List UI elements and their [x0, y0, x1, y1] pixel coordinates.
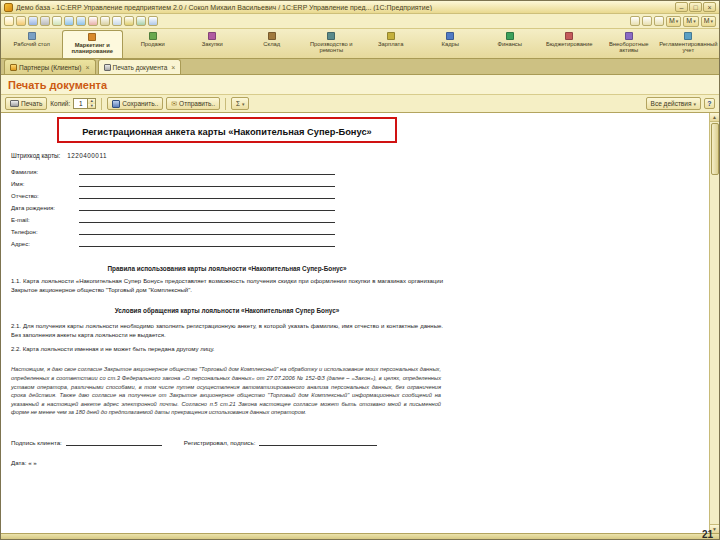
find-icon[interactable] — [124, 16, 134, 26]
help-button[interactable]: ? — [704, 98, 715, 109]
toolbar-icon-group — [4, 16, 158, 26]
close-button[interactable]: × — [703, 2, 716, 12]
printer-icon — [104, 64, 111, 71]
app-logo-icon — [4, 3, 13, 12]
field-line — [79, 168, 335, 175]
consent-paragraph: Настоящим, я даю свое согласие Закрытое … — [11, 365, 441, 416]
barcode-label: Штрихкод карты: — [11, 152, 60, 159]
print-button[interactable]: Печать — [5, 97, 47, 110]
new-document-icon[interactable] — [4, 16, 14, 26]
stepper-arrows: ▲ ▼ — [87, 99, 95, 108]
signature-registrar-label: Регистрировал, подпись: — [184, 439, 256, 446]
rules-heading: Правила использования карты лояльности «… — [11, 265, 443, 272]
field-label: Телефон: — [11, 229, 79, 235]
calculator-icon[interactable] — [136, 16, 146, 26]
section-tab-marketing[interactable]: Маркетинг и планирование — [62, 30, 124, 58]
info-icon[interactable] — [654, 16, 664, 26]
slide-number: 21 — [702, 529, 713, 540]
section-tab-fixed-assets[interactable]: Внеоборотные активы — [599, 30, 659, 58]
main-menu-button[interactable]: M▾ — [683, 16, 698, 27]
section-tab-production[interactable]: Производство и ремонты — [302, 30, 362, 58]
calendar-icon[interactable] — [148, 16, 158, 26]
section-icon — [387, 32, 395, 40]
section-icon — [208, 32, 216, 40]
floppy-icon — [112, 100, 120, 108]
toolbar-divider — [101, 98, 102, 110]
paste-icon[interactable] — [112, 16, 122, 26]
open-document-tabs: Партнеры (Клиенты) × Печать документа × — [1, 59, 719, 75]
section-tab-payroll[interactable]: Зарплата — [361, 30, 421, 58]
all-actions-group: Все действия ▾ ? — [646, 97, 715, 110]
vertical-scrollbar[interactable]: ▲ ▼ — [709, 113, 719, 533]
term-paragraph: 2.1. Для получения карты лояльности необ… — [11, 322, 443, 339]
close-icon[interactable]: × — [171, 64, 175, 71]
printer-icon — [10, 100, 19, 107]
chevron-down-icon: ▾ — [693, 16, 696, 26]
section-ribbon: Рабочий стол Маркетинг и планирование Пр… — [1, 29, 719, 59]
copies-stepper[interactable]: 1 ▲ ▼ — [73, 98, 96, 109]
all-actions-button[interactable]: Все действия ▾ — [646, 97, 701, 110]
tab-print-document[interactable]: Печать документа × — [98, 59, 182, 74]
print-toolbar: Печать Копий: 1 ▲ ▼ Сохранить.. ✉ Отправ… — [1, 95, 719, 113]
undo-icon[interactable] — [64, 16, 74, 26]
barcode-value: 1220400011 — [67, 152, 107, 159]
section-icon — [446, 32, 454, 40]
barcode-row: Штрихкод карты:1220400011 — [11, 152, 471, 159]
save-icon[interactable] — [28, 16, 38, 26]
tab-partners[interactable]: Партнеры (Клиенты) × — [4, 59, 96, 74]
form-field: E-mail: — [11, 216, 471, 228]
field-line — [79, 240, 335, 247]
section-tab-sales[interactable]: Продажи — [123, 30, 183, 58]
signature-line — [66, 439, 162, 446]
chevron-down-icon: ▾ — [676, 16, 679, 26]
open-icon[interactable] — [16, 16, 26, 26]
section-icon — [88, 33, 96, 41]
section-tab-warehouse[interactable]: Склад — [242, 30, 302, 58]
main-menu-button[interactable]: M▾ — [701, 16, 716, 27]
form-field: Фамилия: — [11, 168, 471, 180]
minimize-button[interactable]: – — [675, 2, 688, 12]
print-preview-icon[interactable] — [52, 16, 62, 26]
terms-heading: Условия обращения карты лояльности «Нако… — [11, 307, 443, 314]
signature-client-label: Подпись клиента: — [11, 439, 62, 446]
copy-icon[interactable] — [100, 16, 110, 26]
section-tab-hr[interactable]: Кадры — [421, 30, 481, 58]
redo-icon[interactable] — [76, 16, 86, 26]
save-button[interactable]: Сохранить.. — [107, 97, 163, 110]
stepper-down-icon[interactable]: ▼ — [88, 104, 95, 109]
close-icon[interactable]: × — [85, 64, 89, 71]
form-field: Отчество: — [11, 192, 471, 204]
main-toolbar: M▾ M▾ M▾ — [1, 14, 719, 29]
section-tab-regulated-accounting[interactable]: Регламентированный учет — [659, 30, 719, 58]
send-button[interactable]: ✉ Отправить.. — [166, 97, 220, 110]
scroll-up-icon[interactable]: ▲ — [710, 113, 720, 122]
section-icon — [149, 32, 157, 40]
section-icon — [268, 32, 276, 40]
section-tab-purchases[interactable]: Закупки — [183, 30, 243, 58]
calendar-icon[interactable] — [642, 16, 652, 26]
date-row: Дата: « » — [11, 459, 471, 466]
section-icon — [28, 32, 36, 40]
section-tab-budgeting[interactable]: Бюджетирование — [540, 30, 600, 58]
restore-button[interactable]: □ — [689, 2, 702, 12]
calculator-icon[interactable] — [630, 16, 640, 26]
window-title: Демо база - 1С:ERP Управление предприяти… — [16, 4, 672, 11]
section-tab-finance[interactable]: Финансы — [480, 30, 540, 58]
print-preview-document: Регистрационная анкета карты «Накопитель… — [11, 117, 471, 466]
form-field: Имя: — [11, 180, 471, 192]
section-icon — [625, 32, 633, 40]
form-field: Телефон: — [11, 228, 471, 240]
chevron-down-icon: ▾ — [242, 101, 245, 107]
field-label: E-mail: — [11, 217, 79, 223]
signature-row: Подпись клиента: Регистрировал, подпись: — [11, 439, 451, 446]
sum-button[interactable]: Σ ▾ — [231, 97, 250, 110]
field-label: Имя: — [11, 181, 79, 187]
copies-label: Копий: — [50, 100, 70, 107]
section-tab-desktop[interactable]: Рабочий стол — [2, 30, 62, 58]
scrollbar-thumb[interactable] — [711, 123, 719, 175]
main-menu-button[interactable]: M▾ — [666, 16, 681, 27]
print-icon[interactable] — [40, 16, 50, 26]
field-label: Отчество: — [11, 193, 79, 199]
field-label: Адрес: — [11, 241, 79, 247]
cut-icon[interactable] — [88, 16, 98, 26]
